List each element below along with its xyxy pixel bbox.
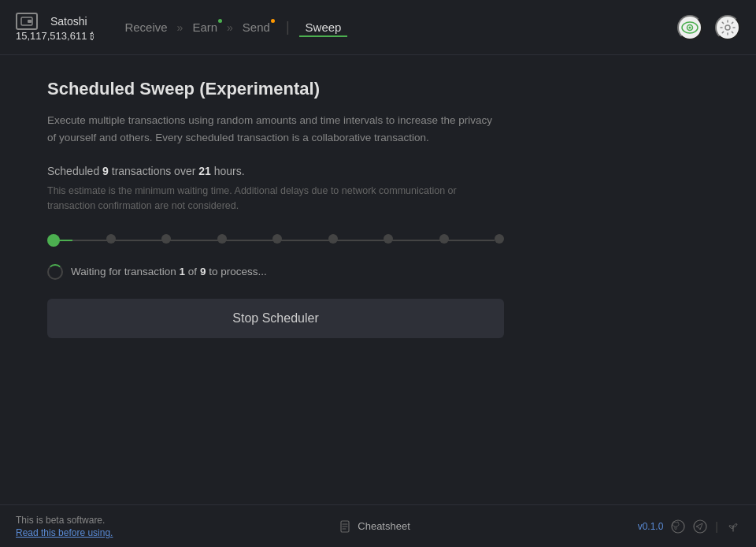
read-link[interactable]: Read this before using.: [16, 527, 113, 538]
version-link[interactable]: v0.1.0: [638, 521, 664, 532]
main-content: Scheduled Sweep (Experimental) Execute m…: [0, 55, 756, 504]
header: Satoshi 15,117,513,611 ₿ Receive » Earn …: [0, 0, 756, 55]
footer: This is beta software. Read this before …: [0, 504, 756, 547]
stop-scheduler-button[interactable]: Stop Scheduler: [47, 299, 504, 338]
progress-dot-7: [384, 234, 393, 244]
page-description: Execute multiple transactions using rand…: [47, 112, 504, 146]
wallet-balance: 15,117,513,611 ₿: [16, 30, 94, 42]
nav-send[interactable]: Send: [236, 17, 276, 37]
progress-dot-8: [439, 234, 449, 244]
nav-earn[interactable]: Earn: [186, 17, 224, 37]
earn-dot: [218, 19, 222, 23]
nav-arrow-1: »: [177, 21, 183, 34]
progress-dot-3: [161, 234, 171, 244]
waiting-text: Waiting for transaction 1 of 9 to proces…: [71, 266, 267, 277]
progress-dots: [47, 234, 504, 247]
progress-dot-2: [106, 234, 116, 244]
nav-sep: |: [286, 19, 290, 35]
footer-left: This is beta software. Read this before …: [16, 515, 113, 538]
svg-point-5: [725, 25, 730, 30]
main-nav: Receive » Earn » Send | Sweep: [118, 17, 677, 37]
privacy-button[interactable]: [677, 15, 702, 40]
svg-point-8: [694, 520, 706, 533]
progress-dot-1: [47, 234, 60, 247]
schedule-note: This estimate is the minimum waiting tim…: [47, 184, 504, 214]
progress-container: [47, 233, 504, 248]
document-icon: [340, 520, 351, 533]
send-dot: [271, 19, 275, 23]
beta-text: This is beta software.: [16, 515, 113, 526]
schedule-info: Scheduled 9 transactions over 21 hours.: [47, 165, 709, 177]
nav-arrow-2: »: [227, 21, 233, 34]
wallet-name: Satoshi: [50, 15, 87, 28]
telegram-icon[interactable]: [693, 519, 707, 534]
loading-spinner: [47, 264, 63, 280]
progress-dot-9: [495, 234, 504, 244]
footer-right: v0.1.0 |: [638, 519, 740, 534]
footer-center: Cheatsheet: [113, 520, 637, 533]
progress-dot-6: [328, 234, 338, 244]
page-title: Scheduled Sweep (Experimental): [47, 79, 709, 99]
nav-sweep[interactable]: Sweep: [299, 17, 348, 37]
wallet-info: Satoshi 15,117,513,611 ₿: [16, 13, 94, 42]
progress-dot-5: [272, 234, 282, 244]
header-icons: [677, 15, 740, 40]
svg-point-4: [689, 26, 691, 28]
progress-dot-4: [217, 234, 227, 244]
progress-track: [47, 233, 504, 248]
wallet-icon: [16, 13, 38, 30]
svg-rect-1: [28, 20, 32, 23]
waiting-status: Waiting for transaction 1 of 9 to proces…: [47, 264, 709, 280]
footer-sep: |: [715, 520, 718, 533]
settings-button[interactable]: [715, 15, 740, 40]
nav-receive[interactable]: Receive: [118, 17, 173, 37]
github-icon[interactable]: [671, 519, 685, 534]
cheatsheet-link[interactable]: Cheatsheet: [358, 520, 410, 532]
plant-icon[interactable]: [726, 519, 740, 534]
